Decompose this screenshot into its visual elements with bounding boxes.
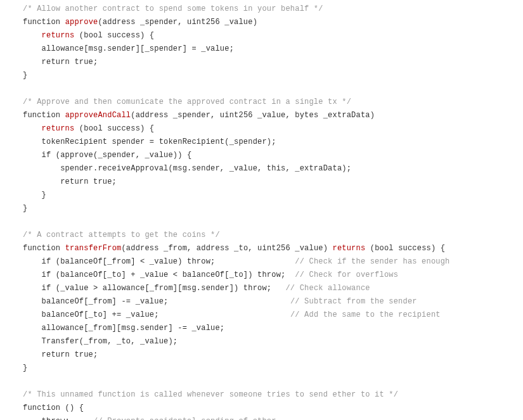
code-comment: /* Allow another contract to spend some …	[23, 4, 323, 13]
code-text: (address _spender, uint256 _value)	[98, 18, 257, 27]
code-text: }	[23, 364, 27, 372]
code-keyword: returns	[333, 244, 366, 253]
code-line: Transfer(_from, _to, _value);	[23, 337, 178, 346]
code-line: /* A contract attempts to get the coins …	[23, 231, 220, 239]
code-line: if (approve(_spender, _value)) {	[23, 151, 191, 160]
code-text: function () {	[23, 404, 84, 412]
code-comment: // Check allowance	[285, 284, 370, 293]
code-line: tokenRecipient spender = tokenRecipient(…	[23, 137, 276, 146]
code-text: if (balanceOf[_to] + _value < balanceOf[…	[23, 270, 295, 279]
code-text: (address _from, address _to, uint256 _va…	[121, 244, 332, 253]
code-text: return true;	[23, 350, 98, 359]
code-text: (address _spender, uint256 _value, bytes…	[131, 111, 375, 120]
code-text: (bool success) {	[365, 244, 445, 253]
code-text: function	[23, 18, 65, 27]
code-comment: /* This unnamed function is called whene…	[23, 390, 398, 399]
code-text: throw;	[23, 417, 93, 420]
code-keyword: approveAndCall	[65, 111, 131, 120]
code-comment: // Check for overflows	[295, 270, 398, 279]
code-keyword: approve	[65, 18, 98, 27]
code-comment: // Subtract from the sender	[290, 297, 417, 306]
code-text	[23, 31, 42, 40]
code-text: Transfer(_from, _to, _value);	[23, 337, 178, 346]
code-keyword: returns	[42, 31, 75, 40]
code-line: function () {	[23, 404, 84, 412]
code-line: }	[23, 191, 46, 200]
code-line: if (_value > allowance[_from][msg.sender…	[23, 284, 370, 293]
code-text: return true;	[23, 177, 117, 186]
code-comment: /* A contract attempts to get the coins …	[23, 231, 220, 239]
code-line: if (balanceOf[_from] < _value) throw; //…	[23, 257, 450, 266]
code-line: balanceOf[_from] -= _value; // Subtract …	[23, 297, 417, 306]
code-text: spender.receiveApproval(msg.sender, _val…	[23, 164, 351, 173]
code-line: function approveAndCall(address _spender…	[23, 111, 375, 120]
code-text: return true;	[23, 58, 98, 67]
code-keyword: transferFrom	[65, 244, 122, 253]
code-text	[23, 124, 42, 133]
code-line: /* Allow another contract to spend some …	[23, 4, 323, 13]
code-line: function transferFrom(address _from, add…	[23, 244, 445, 253]
code-comment: /* Approve and then comunicate the appro…	[23, 98, 351, 106]
code-text: (bool success) {	[74, 31, 154, 40]
code-line: }	[23, 71, 27, 80]
code-text: balanceOf[_from] -= _value;	[23, 297, 290, 306]
code-line: balanceOf[_to] += _value; // Add the sam…	[23, 310, 441, 319]
code-line: throw; // Prevents accidental sending of…	[23, 417, 276, 420]
code-line: allowance[msg.sender][_spender] = _value…	[23, 44, 234, 53]
code-keyword: returns	[42, 124, 75, 133]
code-text: allowance[_from][msg.sender] -= _value;	[23, 324, 224, 333]
code-text: }	[23, 204, 27, 213]
code-text: }	[23, 191, 46, 200]
code-text: }	[23, 71, 27, 80]
code-text: allowance[msg.sender][_spender] = _value…	[23, 44, 234, 53]
code-line: returns (bool success) {	[23, 31, 154, 40]
code-line: if (balanceOf[_to] + _value < balanceOf[…	[23, 270, 398, 279]
code-comment: // Add the same to the recipient	[290, 310, 441, 319]
code-text: tokenRecipient spender = tokenRecipient(…	[23, 137, 276, 146]
code-text: if (balanceOf[_from] < _value) throw;	[23, 257, 295, 266]
code-text: (bool success) {	[74, 124, 154, 133]
code-line: return true;	[23, 177, 117, 186]
code-line: /* This unnamed function is called whene…	[23, 390, 398, 399]
code-text: if (approve(_spender, _value)) {	[23, 151, 191, 160]
code-line: spender.receiveApproval(msg.sender, _val…	[23, 164, 351, 173]
code-text: function	[23, 244, 65, 253]
code-text: if (_value > allowance[_from][msg.sender…	[23, 284, 285, 293]
code-comment: // Prevents accidental sending of ether	[93, 417, 276, 420]
code-line: allowance[_from][msg.sender] -= _value;	[23, 324, 224, 333]
code-line: return true;	[23, 58, 98, 67]
code-line: }	[23, 204, 27, 213]
code-line: /* Approve and then comunicate the appro…	[23, 98, 351, 106]
code-line: }	[23, 364, 27, 372]
code-line: function approve(address _spender, uint2…	[23, 18, 257, 27]
code-comment: // Check if the sender has enough	[295, 257, 449, 266]
code-line: returns (bool success) {	[23, 124, 154, 133]
code-text: balanceOf[_to] += _value;	[23, 310, 290, 319]
code-line: return true;	[23, 350, 98, 359]
code-text: function	[23, 111, 65, 120]
code-block: /* Allow another contract to spend some …	[0, 0, 523, 420]
